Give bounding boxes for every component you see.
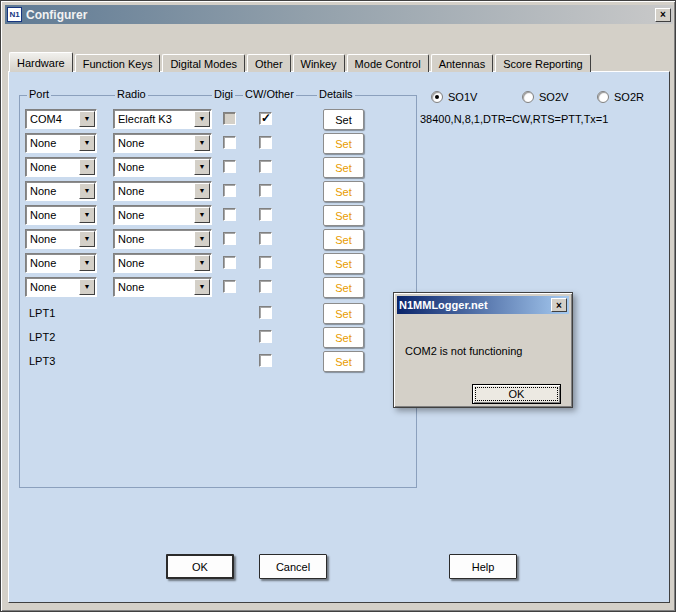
dropdown-arrow-icon[interactable]: ▼	[194, 231, 210, 247]
lpt-row-1: LPT1Set	[9, 303, 429, 325]
set-button[interactable]: Set	[323, 351, 364, 372]
dropdown-arrow-icon[interactable]: ▼	[194, 279, 210, 295]
column-header-details: Details	[317, 88, 355, 100]
close-button[interactable]: ×	[655, 8, 671, 22]
hardware-row-8: None▼None▼Set	[9, 277, 429, 299]
hardware-row-5: None▼None▼Set	[9, 205, 429, 227]
dropdown-arrow-icon[interactable]: ▼	[194, 207, 210, 223]
cw-other-checkbox[interactable]	[259, 280, 272, 293]
radio-select[interactable]: Elecraft K3▼	[113, 109, 212, 129]
close-icon: ×	[660, 9, 666, 20]
digi-checkbox[interactable]	[223, 280, 236, 293]
cw-other-checkbox[interactable]	[259, 256, 272, 269]
port-value: COM4	[30, 112, 78, 127]
mode-radio-so1v[interactable]: SO1V	[431, 91, 477, 103]
port-value: None	[30, 232, 78, 247]
port-settings-text: 38400,N,8,1,DTR=CW,RTS=PTT,Tx=1	[420, 113, 608, 125]
dialog-ok-button[interactable]: OK	[472, 384, 561, 404]
dropdown-arrow-icon[interactable]: ▼	[79, 183, 95, 199]
tab-other[interactable]: Other	[247, 54, 291, 72]
dropdown-arrow-icon[interactable]: ▼	[79, 279, 95, 295]
radio-select[interactable]: None▼	[113, 133, 212, 153]
digi-checkbox[interactable]	[223, 184, 236, 197]
tab-function-keys[interactable]: Function Keys	[75, 54, 161, 72]
cancel-button[interactable]: Cancel	[259, 554, 327, 579]
tab-hardware[interactable]: Hardware	[9, 52, 73, 72]
dropdown-arrow-icon[interactable]: ▼	[194, 135, 210, 151]
cw-other-checkbox[interactable]	[259, 160, 272, 173]
port-select[interactable]: None▼	[25, 133, 97, 153]
port-value: None	[30, 136, 78, 151]
dropdown-arrow-icon[interactable]: ▼	[79, 159, 95, 175]
mode-label: SO2V	[539, 91, 568, 103]
help-button[interactable]: Help	[449, 554, 517, 579]
tab-winkey[interactable]: Winkey	[293, 54, 345, 72]
set-button[interactable]: Set	[323, 303, 364, 324]
radio-select[interactable]: None▼	[113, 229, 212, 249]
radio-value: None	[118, 184, 193, 199]
tab-score-reporting[interactable]: Score Reporting	[495, 54, 591, 72]
dropdown-arrow-icon[interactable]: ▼	[79, 207, 95, 223]
cw-other-checkbox[interactable]	[259, 136, 272, 149]
set-button[interactable]: Set	[323, 277, 364, 298]
dropdown-arrow-icon[interactable]: ▼	[194, 183, 210, 199]
port-select[interactable]: COM4▼	[25, 109, 97, 129]
window-title: Configurer	[26, 8, 651, 22]
port-select[interactable]: None▼	[25, 205, 97, 225]
radio-value: None	[118, 256, 193, 271]
tab-digital-modes[interactable]: Digital Modes	[162, 54, 245, 72]
port-select[interactable]: None▼	[25, 253, 97, 273]
configurer-window: N1 Configurer × HardwareFunction KeysDig…	[0, 0, 676, 612]
tab-antennas[interactable]: Antennas	[431, 54, 493, 72]
dropdown-arrow-icon[interactable]: ▼	[79, 135, 95, 151]
set-button[interactable]: Set	[323, 181, 364, 202]
dropdown-arrow-icon[interactable]: ▼	[79, 231, 95, 247]
cw-other-checkbox[interactable]	[259, 330, 272, 343]
port-select[interactable]: None▼	[25, 181, 97, 201]
digi-checkbox[interactable]	[223, 136, 236, 149]
column-header-digi: Digi	[212, 88, 235, 100]
port-select[interactable]: None▼	[25, 157, 97, 177]
dialog-close-button[interactable]: ×	[551, 298, 567, 312]
set-button[interactable]: Set	[323, 253, 364, 274]
set-button[interactable]: Set	[323, 109, 364, 130]
dropdown-arrow-icon[interactable]: ▼	[194, 159, 210, 175]
radio-select[interactable]: None▼	[113, 157, 212, 177]
tab-mode-control[interactable]: Mode Control	[347, 54, 429, 72]
digi-checkbox[interactable]	[223, 232, 236, 245]
cw-other-checkbox[interactable]	[259, 354, 272, 367]
cw-other-checkbox[interactable]	[259, 112, 272, 125]
app-icon: N1	[7, 7, 22, 22]
digi-checkbox[interactable]	[223, 160, 236, 173]
cw-other-checkbox[interactable]	[259, 208, 272, 221]
mode-radio-so2r[interactable]: SO2R	[597, 91, 644, 103]
dropdown-arrow-icon[interactable]: ▼	[79, 255, 95, 271]
digi-checkbox[interactable]	[223, 208, 236, 221]
radio-select[interactable]: None▼	[113, 253, 212, 273]
cw-other-checkbox[interactable]	[259, 232, 272, 245]
cw-other-checkbox[interactable]	[259, 184, 272, 197]
dropdown-arrow-icon[interactable]: ▼	[194, 111, 210, 127]
mode-radio-so2v[interactable]: SO2V	[522, 91, 568, 103]
set-button[interactable]: Set	[323, 229, 364, 250]
port-select[interactable]: None▼	[25, 229, 97, 249]
port-value: None	[30, 256, 78, 271]
radio-select[interactable]: None▼	[113, 205, 212, 225]
radio-select[interactable]: None▼	[113, 277, 212, 297]
radio-select[interactable]: None▼	[113, 181, 212, 201]
set-button[interactable]: Set	[323, 327, 364, 348]
close-icon: ×	[556, 300, 562, 311]
hardware-row-6: None▼None▼Set	[9, 229, 429, 251]
cw-other-checkbox[interactable]	[259, 306, 272, 319]
dropdown-arrow-icon[interactable]: ▼	[194, 255, 210, 271]
set-button[interactable]: Set	[323, 205, 364, 226]
hardware-row-3: None▼None▼Set	[9, 157, 429, 179]
port-select[interactable]: None▼	[25, 277, 97, 297]
set-button[interactable]: Set	[323, 133, 364, 154]
digi-checkbox[interactable]	[223, 256, 236, 269]
radio-value: None	[118, 280, 193, 295]
dropdown-arrow-icon[interactable]: ▼	[79, 111, 95, 127]
ok-button[interactable]: OK	[166, 554, 234, 579]
set-button[interactable]: Set	[323, 157, 364, 178]
title-bar: N1 Configurer ×	[5, 5, 673, 24]
